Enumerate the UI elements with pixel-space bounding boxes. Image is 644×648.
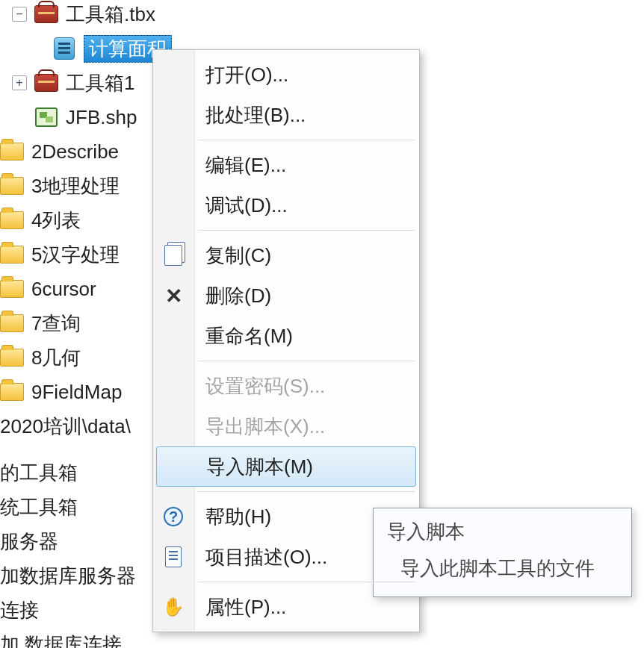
shapefile-icon xyxy=(34,107,58,128)
tree-label: 工具箱1 xyxy=(66,70,134,96)
menu-label: 调试(D)... xyxy=(205,193,288,219)
menu-label: 导出脚本(X)... xyxy=(205,414,325,440)
tree-label: 加 数据库连接 xyxy=(0,632,122,649)
menu-item-open[interactable]: 打开(O)... xyxy=(153,54,419,95)
tree-label: JFB.shp xyxy=(66,106,137,129)
tree-label: 加数据库服务器 xyxy=(0,563,136,589)
folder-icon xyxy=(0,244,24,265)
tree-label: 工具箱.tbx xyxy=(66,1,155,28)
tooltip-body: 导入此脚本工具的文件 xyxy=(387,555,618,582)
expander-minus-icon[interactable]: − xyxy=(12,7,27,22)
tree-label: 7查询 xyxy=(31,311,81,337)
menu-item-rename[interactable]: 重命名(M) xyxy=(153,316,419,356)
script-icon xyxy=(52,38,76,59)
folder-icon xyxy=(0,141,24,162)
delete-icon: ✕ xyxy=(162,284,185,307)
menu-item-delete[interactable]: ✕ 删除(D) xyxy=(153,275,419,316)
expander-plus-icon[interactable]: + xyxy=(12,75,27,90)
tree-row-toolbox-root[interactable]: − 工具箱.tbx xyxy=(0,0,644,31)
menu-separator xyxy=(198,582,415,582)
menu-label: 帮助(H) xyxy=(205,504,271,530)
menu-label: 复制(C) xyxy=(205,243,271,269)
menu-separator xyxy=(198,140,415,140)
menu-separator xyxy=(198,361,415,361)
tree-label: 6cursor xyxy=(31,278,96,301)
tree-label: 8几何 xyxy=(31,345,81,371)
menu-item-edit[interactable]: 编辑(E)... xyxy=(153,145,419,185)
menu-label: 导入脚本(M) xyxy=(206,454,313,480)
menu-label: 编辑(E)... xyxy=(205,152,286,178)
menu-item-copy[interactable]: 复制(C) xyxy=(153,235,419,275)
tree-label: 的工具箱 xyxy=(0,460,78,486)
tooltip-title: 导入脚本 xyxy=(387,519,618,545)
menu-label: 设置密码(S)... xyxy=(205,373,325,399)
tree-label: 连接 xyxy=(0,597,39,623)
menu-label: 属性(P)... xyxy=(205,594,286,620)
menu-label: 打开(O)... xyxy=(205,62,288,88)
tree-label: 2020培训\data\ xyxy=(0,414,131,440)
folder-icon xyxy=(0,175,24,196)
folder-icon xyxy=(0,278,24,299)
folder-icon xyxy=(0,381,24,402)
spacer xyxy=(12,110,27,125)
menu-item-debug[interactable]: 调试(D)... xyxy=(153,185,419,225)
tooltip: 导入脚本 导入此脚本工具的文件 xyxy=(373,508,632,597)
toolbox-icon xyxy=(34,72,58,93)
tree-label: 4列表 xyxy=(31,208,81,234)
menu-label: 项目描述(O)... xyxy=(205,544,327,570)
menu-label: 批处理(B)... xyxy=(205,102,306,128)
menu-item-import-script[interactable]: 导入脚本(M) xyxy=(156,446,416,487)
toolbox-icon xyxy=(34,4,58,25)
folder-icon xyxy=(0,347,24,368)
menu-label: 重命名(M) xyxy=(205,323,293,349)
menu-item-export-script: 导出脚本(X)... xyxy=(153,406,419,446)
menu-separator xyxy=(198,491,415,492)
folder-icon xyxy=(0,313,24,334)
help-icon: ? xyxy=(162,505,185,528)
menu-separator xyxy=(198,230,415,231)
menu-item-set-password: 设置密码(S)... xyxy=(153,366,419,406)
tree-label: 9FieldMap xyxy=(31,381,122,404)
tree-label: 服务器 xyxy=(0,529,58,555)
folder-icon xyxy=(0,210,24,231)
tree-label: 2Describe xyxy=(31,140,119,163)
tree-label: 5汉字处理 xyxy=(31,242,120,268)
properties-icon: ✋ xyxy=(162,596,185,618)
tree-label: 统工具箱 xyxy=(0,494,78,520)
menu-label: 删除(D) xyxy=(205,283,271,309)
document-icon xyxy=(162,546,185,568)
copy-icon xyxy=(162,244,185,267)
menu-item-batch[interactable]: 批处理(B)... xyxy=(153,95,419,135)
tree-label: 3地理处理 xyxy=(31,173,120,199)
